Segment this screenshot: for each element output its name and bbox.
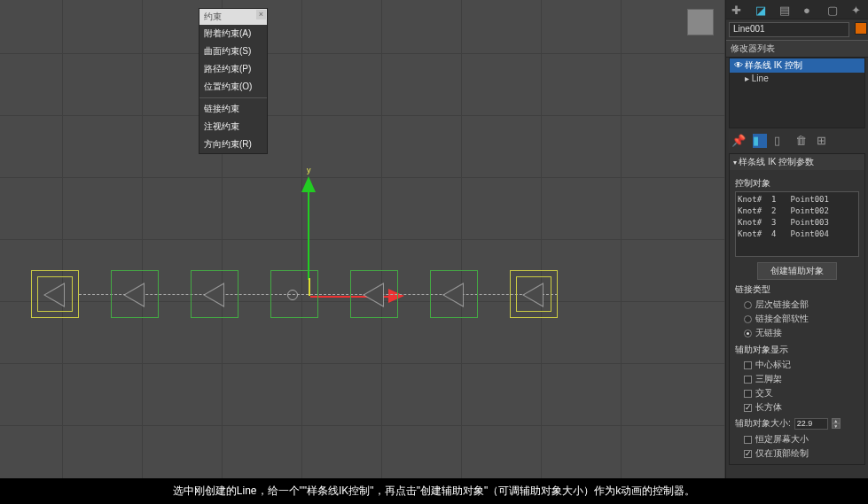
ctx-item-attach[interactable]: 附着约束(A) (199, 25, 267, 43)
ctx-item-position[interactable]: 位置约束(O) (199, 78, 267, 96)
pin-icon[interactable]: 📌 (731, 134, 746, 148)
radio-link-soft[interactable]: 链接全部软性 (735, 312, 859, 326)
motion-tab-icon[interactable]: ● (803, 4, 815, 16)
command-panel: ✚ ◪ ▤ ● ▢ ✦ Line001 修改器列表 👁样条线 IK 控制 ▸ L… (725, 0, 868, 478)
modify-tab-icon[interactable]: ◪ (755, 4, 767, 16)
knot-list[interactable]: Knot# 1 Point001 Knot# 2 Point002 Knot# … (735, 191, 859, 257)
rollup-header[interactable]: 样条线 IK 控制参数 (730, 154, 864, 170)
check-center-marker[interactable]: 中心标记 (735, 358, 859, 372)
size-label: 辅助对象大小: (735, 417, 791, 430)
display-tab-icon[interactable]: ▢ (827, 4, 839, 16)
configure-icon[interactable]: ⊞ (817, 134, 831, 148)
mod-line[interactable]: ▸ Line (730, 73, 864, 84)
knot-label: 控制对象 (735, 177, 859, 190)
spin-down-icon[interactable]: ▼ (832, 423, 841, 429)
show-end-icon[interactable]: ▮ (753, 134, 767, 148)
helper-1[interactable] (31, 270, 79, 318)
spline-ik-rollup: 样条线 IK 控制参数 控制对象 Knot# 1 Point001 Knot# … (729, 153, 865, 465)
ctx-item-link[interactable]: 链接约束 (199, 100, 267, 118)
eye-icon[interactable]: 👁 (734, 60, 745, 70)
check-box[interactable]: 长方体 (735, 400, 859, 415)
radio-link-all[interactable]: 层次链接全部 (735, 298, 859, 312)
axis-y-label: y (307, 166, 311, 174)
size-spinner[interactable]: 22.9 (794, 418, 828, 430)
object-name-input[interactable]: Line001 (729, 22, 849, 37)
helper-3[interactable] (191, 270, 239, 318)
gizmo-y-axis[interactable] (308, 184, 309, 280)
ctx-item-lookat[interactable]: 注视约束 (199, 118, 267, 136)
object-color-swatch[interactable] (855, 22, 867, 35)
link-type-label: 链接类型 (735, 283, 859, 296)
ctx-item-orient[interactable]: 方向约束(R) (199, 136, 267, 153)
check-cross[interactable]: 交叉 (735, 386, 859, 400)
modifier-toolbar: 📌 ▮ ▯ 🗑 ⊞ (726, 131, 868, 151)
modifier-stack[interactable]: 👁样条线 IK 控制 ▸ Line (729, 58, 865, 128)
ctx-title: 约束 (204, 12, 222, 21)
close-icon[interactable]: × (256, 10, 266, 19)
ctx-item-path[interactable]: 路径约束(P) (199, 60, 267, 78)
ctx-header: 约束 × (199, 9, 267, 25)
helper-2[interactable] (111, 270, 159, 318)
ctx-item-surface[interactable]: 曲面约束(S) (199, 43, 267, 60)
hierarchy-tab-icon[interactable]: ▤ (779, 4, 791, 16)
check-tripod[interactable]: 三脚架 (735, 372, 859, 386)
delete-icon[interactable]: 🗑 (795, 134, 809, 148)
create-tab-icon[interactable]: ✚ (731, 4, 743, 16)
helper-5[interactable] (350, 270, 398, 318)
check-draw-top[interactable]: 仅在顶部绘制 (735, 446, 859, 461)
make-unique-icon[interactable]: ▯ (774, 134, 788, 148)
modifier-list-header[interactable]: 修改器列表 (726, 40, 868, 58)
helper-4[interactable] (270, 270, 318, 318)
viewport[interactable]: y 约束 × 附着约束(A) 曲面约束(S) 路径约束(P) 位置约束(O) 链… (0, 0, 724, 478)
panel-tabs: ✚ ◪ ▤ ● ▢ ✦ (726, 0, 868, 19)
radio-no-link[interactable]: 无链接 (735, 326, 859, 340)
create-helpers-button[interactable]: 创建辅助对象 (757, 262, 837, 280)
constraint-context-menu: 约束 × 附着约束(A) 曲面约束(S) 路径约束(P) 位置约束(O) 链接约… (199, 8, 268, 154)
helper-display-label: 辅助对象显示 (735, 344, 859, 356)
bone-chain (31, 270, 558, 318)
utilities-tab-icon[interactable]: ✦ (851, 4, 863, 16)
mod-spline-ik[interactable]: 👁样条线 IK 控制 (730, 58, 864, 73)
viewcube[interactable] (687, 9, 714, 35)
grid (0, 0, 724, 478)
helper-7[interactable] (510, 270, 558, 318)
caption-footer: 选中刚创建的Line，给一个""样条线IK控制"，再点击"创建辅助对象"（可调辅… (0, 478, 868, 504)
check-constant-size[interactable]: 恒定屏幕大小 (735, 432, 859, 446)
helper-6[interactable] (430, 270, 478, 318)
gizmo-y-arrow-icon (301, 176, 316, 192)
caption-text: 选中刚创建的Line，给一个""样条线IK控制"，再点击"创建辅助对象"（可调辅… (173, 484, 695, 499)
